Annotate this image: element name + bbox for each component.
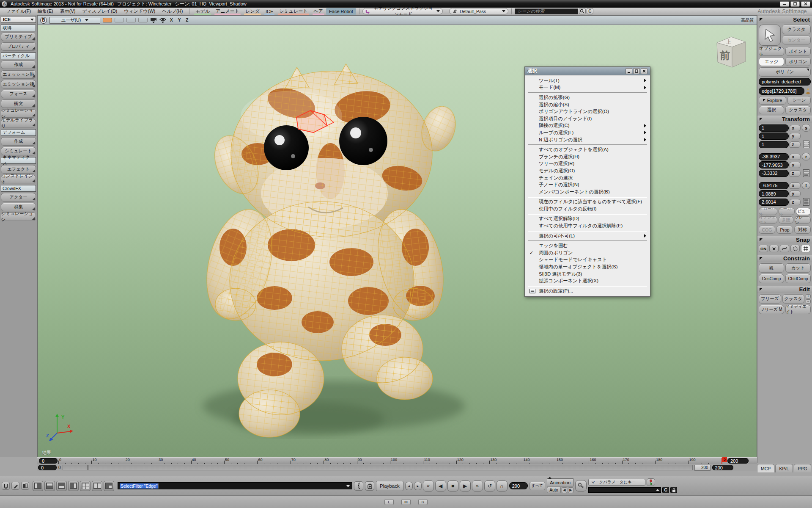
selection-cycle-icon[interactable]: ◀▶ bbox=[806, 91, 811, 95]
context-menu-item[interactable]: シェードモードでレイキャスト bbox=[525, 257, 650, 264]
select-section-header[interactable]: Select bbox=[757, 16, 812, 23]
step-forward-icon[interactable]: ▸ bbox=[414, 482, 422, 490]
layout-preset-button-7[interactable] bbox=[104, 481, 114, 491]
context-menu-item[interactable]: 選択項目のアイランド(I) bbox=[525, 115, 650, 122]
freeze-button[interactable]: フリーズ bbox=[759, 294, 781, 304]
memo-cam-slot-1[interactable] bbox=[103, 18, 112, 22]
axis-lock-icon[interactable] bbox=[803, 169, 809, 177]
center-button[interactable]: センター bbox=[782, 36, 811, 44]
frame-field[interactable]: 200 bbox=[509, 482, 528, 489]
context-menu-titlebar[interactable]: 選択 bbox=[525, 67, 650, 75]
sidebar-item[interactable]: 群集 bbox=[1, 203, 36, 211]
nav-cube[interactable]: 上 前 bbox=[712, 33, 748, 72]
save-key-icon[interactable] bbox=[575, 480, 587, 491]
selection-button[interactable]: 選択 bbox=[759, 106, 784, 114]
select-tool-button[interactable] bbox=[759, 25, 781, 46]
sidebar-item[interactable]: プロパティ bbox=[1, 42, 36, 51]
timeline-ruler[interactable]: 0 01020304050607080901001101201301401501… bbox=[37, 457, 757, 464]
key-color-icon[interactable] bbox=[647, 478, 655, 486]
loop-icon[interactable]: ↺ bbox=[484, 480, 495, 491]
scale-x-field[interactable]: 1 bbox=[759, 124, 789, 132]
view-mode-button[interactable]: ビュー bbox=[796, 208, 811, 215]
snap-point-icon[interactable] bbox=[769, 245, 779, 252]
sidebar-item[interactable]: エミッション時 bbox=[1, 70, 36, 79]
ref-mode-button[interactable]: 参照 bbox=[779, 216, 793, 224]
play-backward-icon[interactable]: ◀ bbox=[435, 480, 446, 491]
axis-y-button[interactable]: Y bbox=[177, 18, 182, 22]
menu-5[interactable]: ウィンドウ(W) bbox=[121, 8, 159, 15]
edit-plus-button[interactable]: + bbox=[806, 294, 811, 298]
sidebar-item[interactable]: エミッション後 bbox=[1, 80, 36, 88]
context-menu-item[interactable]: すべて選択解除(D) bbox=[525, 215, 650, 223]
axis-x-button[interactable]: X bbox=[169, 18, 174, 22]
global-mode-button[interactable]: グローバル bbox=[759, 208, 777, 215]
go-last-icon[interactable]: » bbox=[472, 480, 483, 491]
local-mode-button[interactable]: ローカル bbox=[779, 208, 795, 215]
selection-up-icon[interactable]: ▲ bbox=[807, 87, 810, 91]
edit-section-header[interactable]: Edit bbox=[757, 286, 812, 293]
minimize-icon[interactable] bbox=[780, 1, 789, 7]
constrain-cut-button[interactable]: カット bbox=[785, 263, 811, 273]
menu-4[interactable]: ディスプレイ(D) bbox=[79, 8, 121, 15]
prop-button[interactable]: Prop bbox=[776, 226, 793, 234]
stop-icon[interactable]: ■ bbox=[447, 480, 458, 491]
search-input[interactable]: シーンの検索 bbox=[515, 8, 578, 14]
constrain-parent-button[interactable]: 親 bbox=[759, 263, 784, 273]
menu-maximize-icon[interactable] bbox=[633, 68, 640, 74]
axis-y-button[interactable]: y bbox=[790, 162, 801, 168]
panels-icon[interactable] bbox=[21, 482, 29, 490]
sidebar-item[interactable]: シミュレート bbox=[1, 147, 36, 155]
context-menu-item[interactable]: 子ノードの選択(N) bbox=[525, 181, 650, 188]
context-menu-item[interactable]: ブランチの選択(H) bbox=[525, 153, 650, 160]
selection-name-field[interactable]: polymsh_detached bbox=[759, 78, 811, 86]
axis-z-button[interactable]: z bbox=[790, 141, 801, 148]
menu-3[interactable]: 表示(V) bbox=[57, 8, 79, 15]
toolbar-mode-dropdown[interactable]: ICE bbox=[1, 16, 36, 23]
polygon-filter-button[interactable]: ポリゴン bbox=[785, 57, 811, 66]
timeline-end-field[interactable]: 200 bbox=[727, 458, 749, 464]
context-menu-item[interactable]: 隣接の選択(C) bbox=[525, 122, 650, 130]
context-menu-item[interactable]: エッジを囲む bbox=[525, 242, 650, 249]
r-transform-button[interactable]: r bbox=[802, 153, 810, 160]
expand-icon[interactable] bbox=[656, 489, 659, 491]
toolbar-menu-1[interactable]: モデル bbox=[192, 8, 213, 15]
snap-boundary-icon[interactable] bbox=[790, 245, 800, 252]
context-menu-item[interactable]: 選択の縮小(S) bbox=[525, 101, 650, 108]
edge-filter-button[interactable]: エッジ bbox=[759, 57, 784, 66]
sidebar-item[interactable]: 衝突 bbox=[1, 99, 36, 108]
toolbar-menu-3[interactable]: レンダ bbox=[242, 8, 263, 15]
toolbar-menu-7[interactable]: Face Robot bbox=[326, 8, 356, 15]
context-menu-item[interactable]: ツリーの選択(R) bbox=[525, 160, 650, 168]
context-menu-item[interactable]: メンバ/コンポーネントの選択(B) bbox=[525, 188, 650, 196]
axis-lock-icon[interactable] bbox=[803, 198, 809, 206]
s-transform-button[interactable]: s bbox=[802, 124, 810, 132]
menu-close-icon[interactable] bbox=[641, 68, 647, 74]
axis-y-button[interactable]: y bbox=[790, 190, 801, 197]
menu-2[interactable]: 編集(E) bbox=[34, 8, 57, 15]
context-menu-item[interactable]: モデルの選択(O) bbox=[525, 167, 650, 174]
timeline-start-field[interactable]: 0 bbox=[39, 458, 58, 464]
rotate-y-field[interactable]: -177.9053 bbox=[759, 161, 789, 168]
context-menu-item[interactable]: 拡張コンポーネント選択(X) bbox=[525, 277, 650, 284]
sidebar-header[interactable]: CrowdFX bbox=[1, 185, 36, 192]
search-icon[interactable] bbox=[579, 8, 586, 14]
prev-key-icon[interactable]: ◀ bbox=[562, 487, 567, 493]
memo-cam-slot-2[interactable] bbox=[115, 18, 124, 22]
snap-section-header[interactable]: Snap bbox=[757, 236, 812, 243]
eye-icon[interactable] bbox=[159, 17, 166, 23]
context-menu-item[interactable]: モード(M) bbox=[525, 84, 650, 91]
menu-1[interactable]: ファイル(F) bbox=[3, 8, 34, 15]
next-key-icon[interactable]: ▶ bbox=[568, 487, 573, 493]
display-quality-menu[interactable]: 高品質 bbox=[741, 17, 754, 23]
axis-z-button[interactable]: Z bbox=[184, 18, 189, 22]
cnscomp-button[interactable]: CnsComp bbox=[759, 274, 784, 283]
context-menu-item[interactable]: ✓周囲のポリゴン bbox=[525, 249, 650, 257]
axis-y-button[interactable]: y bbox=[790, 133, 801, 139]
edit-minus-button[interactable]: − bbox=[806, 299, 811, 304]
snap-curve-icon[interactable] bbox=[780, 245, 789, 252]
object-mode-button[interactable]: オブジェクト bbox=[759, 216, 777, 224]
translate-x-field[interactable]: -6.9175 bbox=[759, 182, 789, 189]
audio-mute-icon[interactable]: ∩ bbox=[497, 480, 508, 491]
context-menu-item[interactable]: 現在のフィルタに該当するものをすべて選択(F) bbox=[525, 199, 650, 206]
range-slider-track[interactable] bbox=[63, 465, 693, 470]
